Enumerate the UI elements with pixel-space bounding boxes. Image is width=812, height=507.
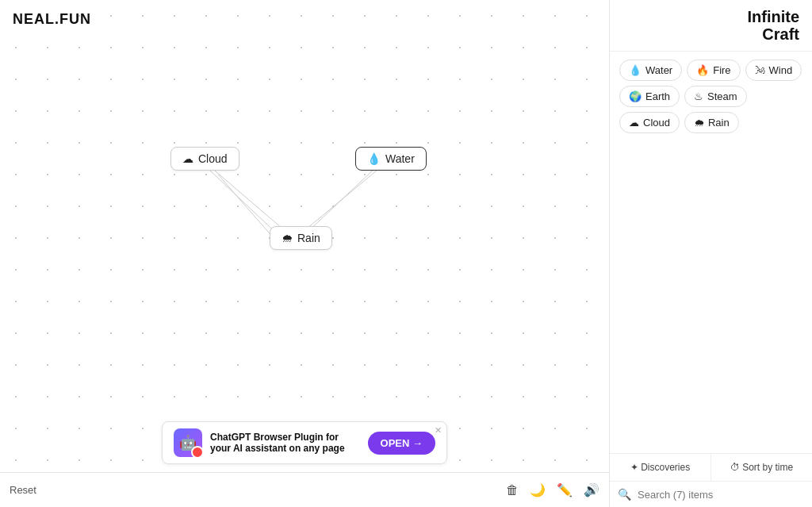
rain-label: Rain (297, 232, 320, 244)
reset-button[interactable]: Reset (10, 484, 36, 496)
canvas-element-water[interactable]: 💧Water (355, 147, 427, 171)
sidebar-fire-icon: 🔥 (696, 64, 709, 76)
sidebar-pill-cloud[interactable]: ☁Cloud (619, 112, 680, 133)
bottom-bar: Reset 🗑 🌙 ✏️ 🔊 (0, 472, 609, 507)
sidebar-cloud-label: Cloud (643, 117, 670, 129)
ad-icon: 🤖 (174, 428, 202, 457)
sidebar-rain-label: Rain (708, 117, 730, 129)
sort-button[interactable]: ⏱ Sort by time (711, 454, 812, 481)
delete-icon[interactable]: 🗑 (506, 483, 519, 497)
sidebar-earth-label: Earth (645, 90, 670, 102)
bottom-icons: 🗑 🌙 ✏️ 🔊 (506, 482, 599, 497)
edit-icon[interactable]: ✏️ (557, 482, 573, 497)
sidebar-steam-label: Steam (707, 90, 737, 102)
sidebar-steam-icon: ♨ (694, 90, 703, 102)
dark-mode-icon[interactable]: 🌙 (530, 482, 546, 497)
sidebar-header: Infinite Craft (610, 0, 812, 52)
ad-banner: 🤖 ChatGPT Browser Plugin for your AI ass… (162, 421, 447, 464)
ad-close-button[interactable]: ✕ (435, 425, 442, 436)
sidebar-earth-icon: 🌍 (629, 90, 642, 102)
canvas-element-cloud[interactable]: ☁Cloud (170, 147, 239, 171)
open-button[interactable]: OPEN → (368, 432, 435, 455)
logo: NEAL.FUN (13, 11, 91, 28)
canvas-element-rain[interactable]: 🌧Rain (270, 226, 332, 250)
water-icon: 💧 (367, 152, 381, 165)
sidebar-rain-icon: 🌧 (694, 117, 704, 129)
rain-icon: 🌧 (282, 232, 293, 244)
sidebar-wind-icon: 🌬 (755, 64, 765, 76)
sidebar-pill-steam[interactable]: ♨Steam (684, 86, 747, 107)
water-label: Water (385, 152, 415, 165)
brand-title: Infinite Craft (747, 8, 799, 43)
sidebar-actions: ✦ Discoveries ⏱ Sort by time (610, 454, 812, 482)
ad-text: ChatGPT Browser Plugin for your AI assis… (210, 432, 360, 454)
sidebar: Infinite Craft 💧Water🔥Fire🌬Wind🌍Earth♨St… (609, 0, 812, 507)
sidebar-pill-earth[interactable]: 🌍Earth (619, 86, 680, 107)
ad-title: ChatGPT Browser Plugin for your AI assis… (210, 432, 360, 454)
discoveries-button[interactable]: ✦ Discoveries (610, 454, 711, 481)
svg-line-2 (218, 175, 274, 238)
svg-line-3 (305, 167, 377, 234)
cloud-icon: ☁ (182, 152, 193, 165)
sidebar-water-label: Water (645, 64, 672, 76)
sidebar-footer: ✦ Discoveries ⏱ Sort by time 🔍 (610, 453, 812, 507)
sidebar-pill-water[interactable]: 💧Water (619, 60, 682, 81)
sidebar-cloud-icon: ☁ (629, 117, 639, 129)
sidebar-pill-fire[interactable]: 🔥Fire (687, 60, 740, 81)
sound-icon[interactable]: 🔊 (584, 482, 599, 497)
search-icon: 🔍 (618, 488, 631, 501)
sidebar-water-icon: 💧 (629, 64, 642, 76)
sidebar-pill-wind[interactable]: 🌬Wind (745, 60, 802, 81)
sidebar-pill-rain[interactable]: 🌧Rain (684, 112, 739, 133)
sidebar-fire-label: Fire (713, 64, 730, 76)
cloud-label: Cloud (198, 152, 228, 165)
search-bar: 🔍 (610, 482, 812, 507)
search-input[interactable] (638, 489, 804, 501)
elements-grid: 💧Water🔥Fire🌬Wind🌍Earth♨Steam☁Cloud🌧Rain (610, 52, 812, 453)
sidebar-wind-label: Wind (769, 64, 793, 76)
